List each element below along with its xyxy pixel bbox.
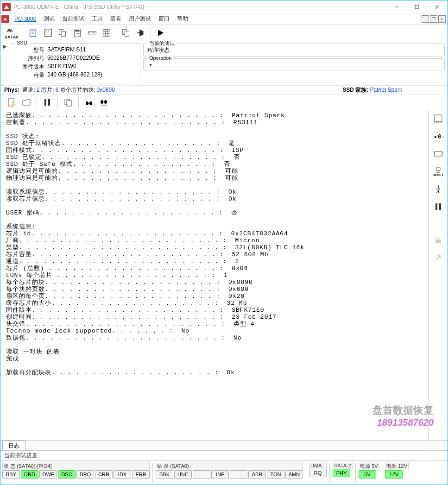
menu-pc3000[interactable]: PC-3000 xyxy=(11,14,40,24)
phys-channels: 2 xyxy=(37,87,40,93)
svg-text:✦: ✦ xyxy=(12,102,15,107)
report-button[interactable] xyxy=(26,26,40,40)
svg-rect-37 xyxy=(48,99,50,106)
copy-log-button[interactable] xyxy=(62,96,75,109)
status-bar: 状 态 (SATA0)-[PIO4] BSYDRDDWFDSCDRQCRRIDX… xyxy=(0,460,448,485)
current-test-box: 当前的测试 程序状态 xyxy=(143,43,445,57)
ssd-model: SATAFIRM S11 xyxy=(47,46,136,54)
side-ic-icon[interactable] xyxy=(431,147,446,160)
svg-point-40 xyxy=(86,101,88,105)
svg-rect-23 xyxy=(103,29,110,36)
svg-rect-71 xyxy=(435,239,441,243)
side-reset-button[interactable]: RESET xyxy=(431,165,446,178)
status-chip-TON: TON xyxy=(267,470,284,479)
status-chip-BSY: BSY xyxy=(2,470,20,479)
mdi-minimize-button[interactable]: _ xyxy=(422,15,429,23)
status-chip-IDX: IDX xyxy=(114,470,131,479)
svg-point-41 xyxy=(89,101,92,105)
status-chip-12V: 12V xyxy=(385,470,403,479)
minimize-button[interactable] xyxy=(386,0,407,13)
copy-button[interactable] xyxy=(56,26,69,40)
menu-bar: PC-3000 测试 当前测试 工具 查看 用户测试 窗口 帮助 _ ❐ × xyxy=(0,13,448,25)
title-bar: PC-3000 UDMA-E - China - [PS SSD Utility… xyxy=(0,0,448,13)
calc-button[interactable] xyxy=(70,26,84,40)
svg-rect-56 xyxy=(435,151,442,156)
close-button[interactable] xyxy=(427,0,448,13)
ssd-serial: 50026B777C0229DE xyxy=(47,55,136,63)
operation-box: Operation ▾ xyxy=(143,58,445,70)
svg-point-44 xyxy=(104,100,107,104)
maximize-button[interactable] xyxy=(407,0,427,13)
status-chip-BBK: BBK xyxy=(156,470,173,479)
status-chip-blank xyxy=(230,470,247,479)
svg-point-14 xyxy=(76,33,76,34)
svg-rect-36 xyxy=(44,99,46,106)
new-button[interactable]: ✦ xyxy=(5,96,18,109)
status-group-error: 错 误 (SATA0) BBKUNC INF ABRTONAMN xyxy=(156,462,303,484)
script-button[interactable] xyxy=(41,26,55,40)
play-button[interactable] xyxy=(154,26,168,40)
main-toolbar: SATA0 xyxy=(0,25,448,41)
app-small-icon xyxy=(1,15,9,23)
menu-tools[interactable]: 工具 xyxy=(88,13,107,24)
ssd-family: Patriot Spark xyxy=(370,87,402,93)
status-chip-ABR: ABR xyxy=(248,470,266,479)
sata0-button[interactable]: SATA0 xyxy=(3,26,20,40)
status-chip-5V: 5V xyxy=(359,470,376,479)
side-pause-icon[interactable] xyxy=(431,200,446,213)
status-chip-DSC: DSC xyxy=(58,470,76,479)
phys-chips: 6 xyxy=(56,87,59,93)
status-group-12v: 电源 12V 12V xyxy=(385,462,409,484)
svg-point-76 xyxy=(439,254,442,257)
side-down-icon[interactable] xyxy=(431,233,446,246)
menu-view[interactable]: 查看 xyxy=(107,13,125,24)
side-zero-icon[interactable]: ▸0◂ xyxy=(431,130,446,143)
ruler-button[interactable] xyxy=(85,26,99,40)
operation-dropdown-arrow[interactable]: ▾ xyxy=(147,62,154,68)
menu-current-test[interactable]: 当前测试 xyxy=(58,13,88,24)
watermark: 盘首数据恢复 18913587620 xyxy=(372,403,434,428)
menu-window[interactable]: 窗口 xyxy=(155,13,173,24)
status-chip-DRQ: DRQ xyxy=(76,470,94,479)
svg-rect-67 xyxy=(437,188,440,190)
status-group-state: 状 态 (SATA0)-[PIO4] BSYDRDDWFDSCDRQCRRIDX… xyxy=(2,462,150,484)
svg-rect-1 xyxy=(415,5,419,9)
window-title: PC-3000 UDMA-E - China - [PS SSD Utility… xyxy=(13,4,386,10)
status-group-sata2: SATA-2 PHY xyxy=(333,462,353,484)
side-tools-icon[interactable] xyxy=(431,251,446,264)
side-power-icon[interactable] xyxy=(431,183,446,195)
mdi-restore-button[interactable]: ❐ xyxy=(430,15,437,23)
log-output: 已选家族. . . . . . . . . . . . . . . . . . … xyxy=(0,110,428,440)
status-chip-DWF: DWF xyxy=(39,470,57,479)
menu-help[interactable]: 帮助 xyxy=(173,13,192,24)
docs-button[interactable] xyxy=(119,26,133,40)
find-button[interactable] xyxy=(82,96,95,109)
tab-log[interactable]: 日志 xyxy=(2,441,25,451)
svg-point-15 xyxy=(77,33,78,34)
side-chip-icon[interactable] xyxy=(431,112,446,125)
phys-bar: Phys: 通道: 2 芯片: 6 每个芯片的块: 0x0890 SSD 家族:… xyxy=(0,85,448,94)
pause-button[interactable] xyxy=(41,96,54,109)
svg-point-43 xyxy=(101,100,103,104)
open-button[interactable] xyxy=(20,96,33,109)
status-group-dma: DMA RQ xyxy=(309,462,327,484)
menu-user-test[interactable]: 用户测试 xyxy=(125,13,155,24)
exit-button[interactable] xyxy=(134,26,148,40)
svg-rect-13 xyxy=(75,30,79,31)
svg-rect-70 xyxy=(439,203,441,210)
svg-marker-31 xyxy=(158,30,164,36)
status-chip-INF: INF xyxy=(211,470,229,479)
status-group-5v: 电源 5V 5V xyxy=(359,462,379,484)
collapse-toggle[interactable] xyxy=(3,43,8,83)
phys-blocks: 0x0890 xyxy=(96,87,114,93)
menu-test[interactable]: 测试 xyxy=(40,13,58,24)
mdi-close-button[interactable]: × xyxy=(438,15,446,23)
svg-rect-29 xyxy=(125,31,129,36)
app-icon xyxy=(2,3,11,11)
bottom-tabs: 日志 xyxy=(0,440,448,450)
grid-button[interactable] xyxy=(100,26,113,39)
status-chip-PHY: PHY xyxy=(333,469,350,477)
ssd-info-box: SSD 型号SATAFIRM S11 序列号50026B777C0229DE 固… xyxy=(11,43,140,83)
log-toolbar: ✦ xyxy=(0,94,448,110)
find-next-button[interactable] xyxy=(97,96,110,109)
